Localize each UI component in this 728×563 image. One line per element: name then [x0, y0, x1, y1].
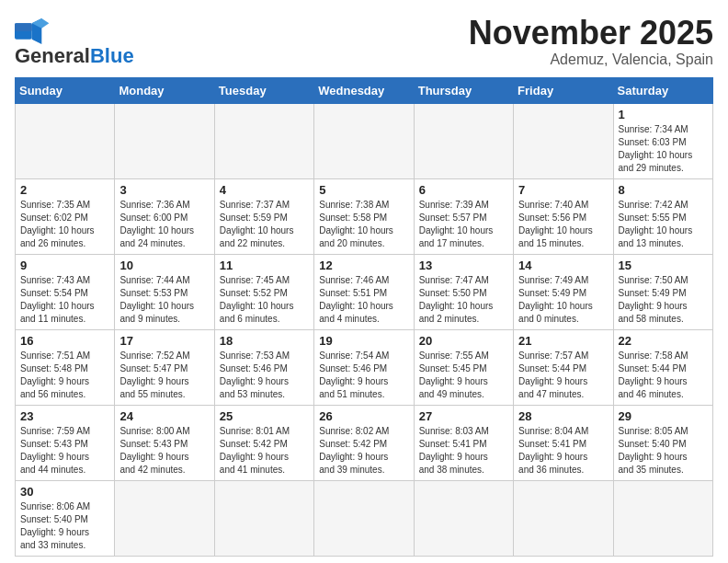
calendar-cell: 30Sunrise: 8:06 AM Sunset: 5:40 PM Dayli… — [16, 480, 115, 556]
day-number: 8 — [619, 183, 708, 197]
day-number: 22 — [619, 334, 708, 348]
day-number: 27 — [419, 409, 508, 423]
day-info: Sunrise: 7:57 AM Sunset: 5:44 PM Dayligh… — [518, 350, 608, 401]
calendar-cell: 11Sunrise: 7:45 AM Sunset: 5:52 PM Dayli… — [214, 254, 313, 329]
header: GeneralBlue November 2025 Ademuz, Valenc… — [15, 15, 713, 68]
day-number: 29 — [619, 409, 708, 423]
day-number: 15 — [619, 259, 708, 272]
day-number: 24 — [119, 409, 209, 423]
day-info: Sunrise: 7:44 AM Sunset: 5:53 PM Dayligh… — [119, 274, 209, 326]
day-number: 1 — [619, 108, 708, 121]
day-number: 18 — [220, 334, 309, 348]
calendar-cell — [115, 103, 214, 178]
day-info: Sunrise: 8:06 AM Sunset: 5:40 PM Dayligh… — [20, 500, 109, 552]
calendar-cell — [115, 480, 214, 556]
day-header-thursday: Thursday — [414, 77, 513, 103]
day-header-friday: Friday — [514, 77, 613, 103]
day-number: 3 — [119, 183, 209, 197]
day-info: Sunrise: 7:38 AM Sunset: 5:58 PM Dayligh… — [319, 199, 408, 250]
calendar-cell: 6Sunrise: 7:39 AM Sunset: 5:57 PM Daylig… — [414, 178, 513, 254]
day-header-wednesday: Wednesday — [314, 77, 414, 103]
day-number: 4 — [220, 183, 309, 197]
calendar-cell — [514, 103, 613, 178]
title-area: November 2025 Ademuz, Valencia, Spain — [469, 15, 713, 68]
day-info: Sunrise: 7:50 AM Sunset: 5:49 PM Dayligh… — [619, 274, 708, 326]
day-header-saturday: Saturday — [613, 77, 712, 103]
calendar-cell: 25Sunrise: 8:01 AM Sunset: 5:42 PM Dayli… — [214, 405, 313, 480]
day-number: 10 — [119, 259, 209, 272]
day-info: Sunrise: 7:52 AM Sunset: 5:47 PM Dayligh… — [119, 350, 209, 401]
day-info: Sunrise: 7:46 AM Sunset: 5:51 PM Dayligh… — [319, 274, 408, 326]
logo-general: General — [15, 46, 90, 66]
calendar-cell — [514, 480, 613, 556]
day-info: Sunrise: 7:51 AM Sunset: 5:48 PM Dayligh… — [20, 350, 109, 401]
day-info: Sunrise: 8:05 AM Sunset: 5:40 PM Dayligh… — [619, 425, 708, 477]
calendar-cell: 23Sunrise: 7:59 AM Sunset: 5:43 PM Dayli… — [16, 405, 115, 480]
calendar-cell: 26Sunrise: 8:02 AM Sunset: 5:42 PM Dayli… — [314, 405, 414, 480]
calendar-cell — [214, 480, 313, 556]
calendar-cell: 19Sunrise: 7:54 AM Sunset: 5:46 PM Dayli… — [314, 329, 414, 405]
week-row-1: 1Sunrise: 7:34 AM Sunset: 6:03 PM Daylig… — [16, 103, 713, 178]
day-header-tuesday: Tuesday — [214, 77, 313, 103]
day-number: 5 — [319, 183, 408, 197]
day-info: Sunrise: 7:42 AM Sunset: 5:55 PM Dayligh… — [619, 199, 708, 250]
month-title: November 2025 — [469, 15, 713, 52]
week-row-4: 16Sunrise: 7:51 AM Sunset: 5:48 PM Dayli… — [16, 329, 713, 405]
calendar-cell: 2Sunrise: 7:35 AM Sunset: 6:02 PM Daylig… — [16, 178, 115, 254]
calendar-cell: 28Sunrise: 8:04 AM Sunset: 5:41 PM Dayli… — [514, 405, 613, 480]
week-row-2: 2Sunrise: 7:35 AM Sunset: 6:02 PM Daylig… — [16, 178, 713, 254]
calendar-cell: 13Sunrise: 7:47 AM Sunset: 5:50 PM Dayli… — [414, 254, 513, 329]
day-number: 11 — [220, 259, 309, 272]
calendar-cell: 7Sunrise: 7:40 AM Sunset: 5:56 PM Daylig… — [514, 178, 613, 254]
logo-svg — [15, 18, 51, 44]
day-number: 21 — [518, 334, 608, 348]
day-info: Sunrise: 7:39 AM Sunset: 5:57 PM Dayligh… — [419, 199, 508, 250]
day-info: Sunrise: 7:45 AM Sunset: 5:52 PM Dayligh… — [220, 274, 309, 326]
day-info: Sunrise: 8:00 AM Sunset: 5:43 PM Dayligh… — [119, 425, 209, 477]
calendar-cell — [414, 480, 513, 556]
day-info: Sunrise: 7:55 AM Sunset: 5:45 PM Dayligh… — [419, 350, 508, 401]
day-number: 30 — [20, 485, 109, 499]
calendar-cell — [414, 103, 513, 178]
calendar-cell — [613, 480, 712, 556]
day-number: 19 — [319, 334, 408, 348]
day-info: Sunrise: 7:49 AM Sunset: 5:49 PM Dayligh… — [518, 274, 608, 326]
calendar-cell: 22Sunrise: 7:58 AM Sunset: 5:44 PM Dayli… — [613, 329, 712, 405]
calendar-cell: 8Sunrise: 7:42 AM Sunset: 5:55 PM Daylig… — [613, 178, 712, 254]
calendar-cell: 15Sunrise: 7:50 AM Sunset: 5:49 PM Dayli… — [613, 254, 712, 329]
calendar-cell: 3Sunrise: 7:36 AM Sunset: 6:00 PM Daylig… — [115, 178, 214, 254]
day-number: 26 — [319, 409, 408, 423]
calendar-cell: 29Sunrise: 8:05 AM Sunset: 5:40 PM Dayli… — [613, 405, 712, 480]
day-number: 23 — [20, 409, 109, 423]
calendar-cell: 4Sunrise: 7:37 AM Sunset: 5:59 PM Daylig… — [214, 178, 313, 254]
day-number: 28 — [518, 409, 608, 423]
calendar-cell: 1Sunrise: 7:34 AM Sunset: 6:03 PM Daylig… — [613, 103, 712, 178]
day-info: Sunrise: 7:43 AM Sunset: 5:54 PM Dayligh… — [20, 274, 109, 326]
calendar-cell: 12Sunrise: 7:46 AM Sunset: 5:51 PM Dayli… — [314, 254, 414, 329]
calendar-cell: 20Sunrise: 7:55 AM Sunset: 5:45 PM Dayli… — [414, 329, 513, 405]
day-number: 6 — [419, 183, 508, 197]
day-number: 9 — [20, 259, 109, 272]
day-info: Sunrise: 7:36 AM Sunset: 6:00 PM Dayligh… — [119, 199, 209, 250]
day-info: Sunrise: 7:35 AM Sunset: 6:02 PM Dayligh… — [20, 199, 109, 250]
day-info: Sunrise: 7:54 AM Sunset: 5:46 PM Dayligh… — [319, 350, 408, 401]
day-header-sunday: Sunday — [16, 77, 115, 103]
calendar-cell: 24Sunrise: 8:00 AM Sunset: 5:43 PM Dayli… — [115, 405, 214, 480]
day-number: 14 — [518, 259, 608, 272]
day-info: Sunrise: 8:02 AM Sunset: 5:42 PM Dayligh… — [319, 425, 408, 477]
calendar-cell: 9Sunrise: 7:43 AM Sunset: 5:54 PM Daylig… — [16, 254, 115, 329]
calendar-cell: 16Sunrise: 7:51 AM Sunset: 5:48 PM Dayli… — [16, 329, 115, 405]
calendar-cell: 18Sunrise: 7:53 AM Sunset: 5:46 PM Dayli… — [214, 329, 313, 405]
day-info: Sunrise: 8:03 AM Sunset: 5:41 PM Dayligh… — [419, 425, 508, 477]
day-info: Sunrise: 7:47 AM Sunset: 5:50 PM Dayligh… — [419, 274, 508, 326]
day-header-monday: Monday — [115, 77, 214, 103]
week-row-6: 30Sunrise: 8:06 AM Sunset: 5:40 PM Dayli… — [16, 480, 713, 556]
day-number: 20 — [419, 334, 508, 348]
calendar-cell: 5Sunrise: 7:38 AM Sunset: 5:58 PM Daylig… — [314, 178, 414, 254]
svg-rect-3 — [15, 23, 32, 31]
calendar-cell — [214, 103, 313, 178]
week-row-5: 23Sunrise: 7:59 AM Sunset: 5:43 PM Dayli… — [16, 405, 713, 480]
day-info: Sunrise: 7:59 AM Sunset: 5:43 PM Dayligh… — [20, 425, 109, 477]
week-row-3: 9Sunrise: 7:43 AM Sunset: 5:54 PM Daylig… — [16, 254, 713, 329]
calendar-cell — [16, 103, 115, 178]
